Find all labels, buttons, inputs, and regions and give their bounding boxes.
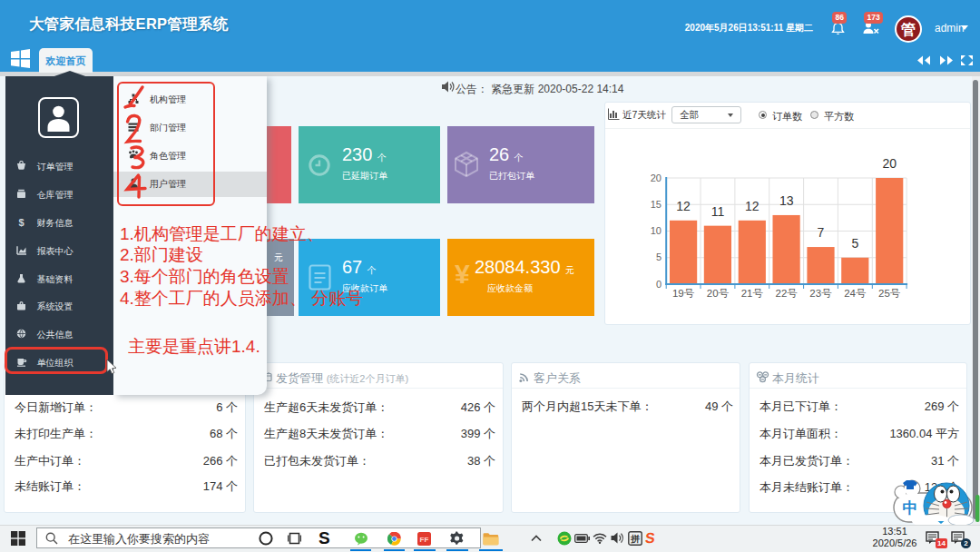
svg-text:7: 7 (818, 225, 825, 240)
svg-text:11: 11 (711, 204, 725, 219)
svg-text:5: 5 (851, 236, 858, 251)
svg-text:20: 20 (651, 172, 662, 183)
svg-text:24号: 24号 (844, 288, 867, 299)
svg-text:20: 20 (882, 156, 897, 171)
svg-text:5: 5 (656, 251, 662, 262)
svg-text:0: 0 (656, 279, 662, 290)
svg-text:中: 中 (903, 499, 918, 517)
svg-text:20号: 20号 (707, 288, 730, 299)
svg-text:FF: FF (420, 536, 429, 544)
svg-text:13: 13 (779, 193, 794, 208)
svg-text:10: 10 (651, 225, 662, 236)
svg-text:19号: 19号 (672, 288, 695, 299)
svg-text:22号: 22号 (776, 288, 799, 299)
svg-text:21号: 21号 (741, 288, 764, 299)
svg-text:25号: 25号 (878, 288, 901, 299)
svg-text:拼: 拼 (630, 534, 640, 544)
svg-text:15: 15 (651, 199, 662, 210)
svg-text:12: 12 (676, 199, 691, 213)
svg-text:12: 12 (745, 199, 760, 213)
svg-text:23号: 23号 (809, 288, 832, 299)
svg-text:$: $ (18, 217, 24, 227)
